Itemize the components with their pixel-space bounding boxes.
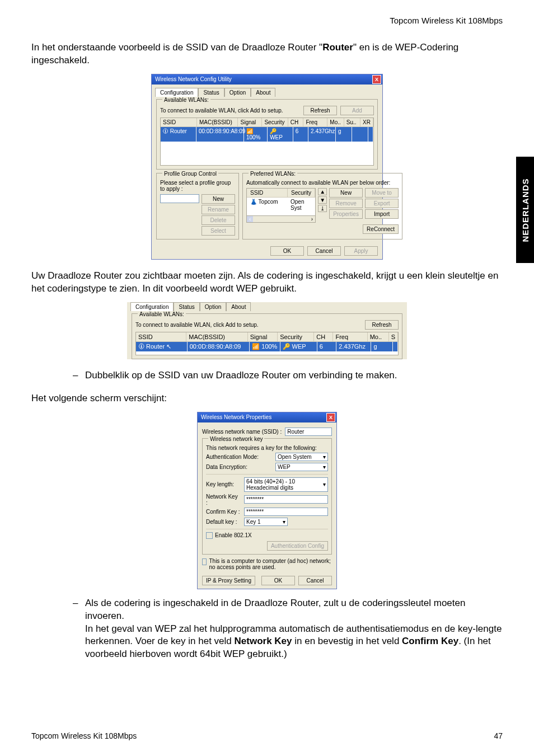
pgc-delete-button[interactable]: Delete xyxy=(202,215,235,225)
props-cancel-button[interactable]: Cancel xyxy=(298,576,332,585)
pref-properties-button[interactable]: Properties xyxy=(329,209,363,219)
pref-import-button[interactable]: Import xyxy=(365,209,399,219)
fig2-col-mo[interactable]: Mo.. xyxy=(368,332,389,342)
col-su[interactable]: Su.. xyxy=(344,118,360,127)
col-signal[interactable]: Signal xyxy=(238,118,262,127)
dialog1-close-button[interactable]: X xyxy=(372,75,381,84)
language-label: NEDERLANDS xyxy=(521,178,530,242)
fig2-col-freq[interactable]: Freq xyxy=(333,332,367,342)
scroll-left-icon[interactable]: ‹ xyxy=(247,216,253,222)
fig2-tab-option[interactable]: Option xyxy=(200,302,226,311)
pref-row-ssid: Topcom xyxy=(259,199,278,205)
chevron-down-icon: ▾ xyxy=(323,464,326,470)
fig2-wlan-table[interactable]: SSID MAC(BSSID) Signal Security CH Freq … xyxy=(135,332,399,355)
pgc-input[interactable] xyxy=(160,194,199,203)
fig2-refresh-button[interactable]: Refresh xyxy=(365,320,399,330)
move-down-icon[interactable]: ▼ xyxy=(318,196,327,204)
apply-button[interactable]: Apply xyxy=(344,246,378,256)
fig2-col-signal[interactable]: Signal xyxy=(248,332,278,342)
netkey-label: Network Key : xyxy=(206,494,241,506)
row-ssid: Router xyxy=(170,128,187,134)
fig2-row-security: WEP xyxy=(292,343,306,350)
ip-proxy-button[interactable]: IP & Proxy Setting xyxy=(202,576,255,585)
paragraph-2: Uw Draadloze Router zou zichtbaar moeten… xyxy=(31,270,503,295)
bullet-2-body: Als de codering is ingeschakeld in de Dr… xyxy=(85,597,503,661)
pref-col-ssid[interactable]: SSID xyxy=(247,189,288,198)
auth-value: Open System xyxy=(278,454,312,460)
fig2-tab-configuration[interactable]: Configuration xyxy=(130,302,174,311)
network-key-input[interactable]: ******** xyxy=(244,495,328,504)
profile-group-control: Profile Group Control Please select a pr… xyxy=(156,173,239,240)
pgc-select-button[interactable]: Select xyxy=(202,226,235,236)
col-freq[interactable]: Freq xyxy=(303,118,327,127)
tab-configuration[interactable]: Configuration xyxy=(155,88,198,97)
defkey-dropdown[interactable]: Key 1▾ xyxy=(244,518,288,526)
pref-new-button[interactable]: New xyxy=(329,188,363,198)
ssid-label: Wireless network name (SSID) : xyxy=(202,429,282,435)
pgc-new-button[interactable]: New xyxy=(202,194,235,204)
pref-remove-button[interactable]: Remove xyxy=(329,199,363,208)
intro-text-a: In het onderstaande voorbeeld is de SSID… xyxy=(31,42,322,53)
auth-config-button[interactable]: Authentication Config xyxy=(267,541,328,551)
enable-8021x-label: Enable 802.1X xyxy=(215,532,252,538)
props-ok-button[interactable]: OK xyxy=(261,576,295,585)
bullet-2a-text: Als de codering is ingeschakeld in de Dr… xyxy=(85,597,503,623)
fig2-col-security[interactable]: Security xyxy=(278,332,314,342)
dialog3-close-button[interactable]: X xyxy=(326,413,335,422)
cursor-icon: ↖ xyxy=(166,343,171,350)
tab-status[interactable]: Status xyxy=(198,88,224,97)
pref-col-security[interactable]: Security xyxy=(288,189,315,198)
fig2-row-mac: 00:0D:88:90:A8:09 xyxy=(188,342,250,351)
auth-dropdown[interactable]: Open System▾ xyxy=(275,453,328,461)
col-ssid[interactable]: SSID xyxy=(161,118,197,127)
wlan-table[interactable]: SSID MAC(BSSID) Signal Security CH Freq … xyxy=(160,118,374,166)
col-ch[interactable]: CH xyxy=(288,118,304,127)
auth-label: Authentication Mode: xyxy=(206,454,272,460)
ok-button[interactable]: OK xyxy=(270,246,304,256)
footer-product: Topcom Wireless Kit 108Mbps xyxy=(31,731,137,740)
enc-value: WEP xyxy=(278,464,291,470)
col-mac[interactable]: MAC(BSSID) xyxy=(197,118,238,127)
pref-export-button[interactable]: Export xyxy=(365,199,399,208)
col-security[interactable]: Security xyxy=(262,118,288,127)
fig2-col-mac[interactable]: MAC(BSSID) xyxy=(186,332,248,342)
pref-list-row[interactable]: 👗 Topcom Open Syst xyxy=(247,198,315,212)
enable-8021x-checkbox[interactable] xyxy=(206,532,213,539)
bullet-2b-k1: Network Key xyxy=(235,636,292,646)
available-wlans-group: Available WLANs: To connect to available… xyxy=(156,99,378,170)
keylen-dropdown[interactable]: 64 bits (40+24) - 10 Hexadecimal digits▾ xyxy=(244,477,328,492)
intro-paragraph: In het onderstaande voorbeeld is de SSID… xyxy=(31,41,503,67)
tab-option[interactable]: Option xyxy=(224,88,251,97)
confirm-key-input[interactable]: ******** xyxy=(244,508,328,516)
ssid-input[interactable]: Router xyxy=(285,428,332,436)
fig2-table-row[interactable]: 🛈 Router ↖ 00:0D:88:90:A8:09 📶 100% 🔑 WE… xyxy=(136,342,398,351)
fig2-tab-status[interactable]: Status xyxy=(174,302,199,311)
move-end-icon[interactable]: ⤓ xyxy=(318,205,327,212)
fig2-col-s[interactable]: S xyxy=(389,332,398,342)
pref-moveto-button[interactable]: Move to xyxy=(365,188,399,198)
col-xr[interactable]: XR xyxy=(360,118,373,127)
fig2-tab-about[interactable]: About xyxy=(226,302,251,311)
pgc-rename-button[interactable]: Rename xyxy=(202,205,235,214)
add-button[interactable]: Add xyxy=(340,106,374,115)
row-su xyxy=(352,127,368,142)
wlan-table-row[interactable]: 🛈 Router 00:0D:88:90:A8:09 📶 100% 🔑 WEP … xyxy=(161,127,373,142)
reconnect-button[interactable]: ReConnect xyxy=(363,224,399,234)
row-freq: 2.437Ghz xyxy=(308,127,336,142)
pref-list[interactable]: SSID Security 👗 Topcom Open Syst xyxy=(246,188,316,216)
row-mo: g xyxy=(336,127,352,142)
wireless-properties-dialog: Wireless Network Properties X Wireless n… xyxy=(197,412,337,589)
scroll-right-icon[interactable]: › xyxy=(309,216,315,222)
adhoc-checkbox[interactable] xyxy=(202,558,207,565)
fig2-col-ch[interactable]: CH xyxy=(314,332,333,342)
row-xr xyxy=(368,127,373,142)
available-wlans-hint: To connect to available WLAN, click Add … xyxy=(160,107,300,114)
move-up-icon[interactable]: ▲ xyxy=(318,188,327,195)
col-mode[interactable]: Mo.. xyxy=(327,118,344,127)
cancel-button[interactable]: Cancel xyxy=(307,246,341,256)
available-wlans-label: Available WLANs: xyxy=(162,97,210,103)
tab-about[interactable]: About xyxy=(251,88,275,97)
enc-dropdown[interactable]: WEP▾ xyxy=(275,463,328,471)
refresh-button[interactable]: Refresh xyxy=(303,106,337,115)
fig2-col-ssid[interactable]: SSID xyxy=(136,332,186,342)
